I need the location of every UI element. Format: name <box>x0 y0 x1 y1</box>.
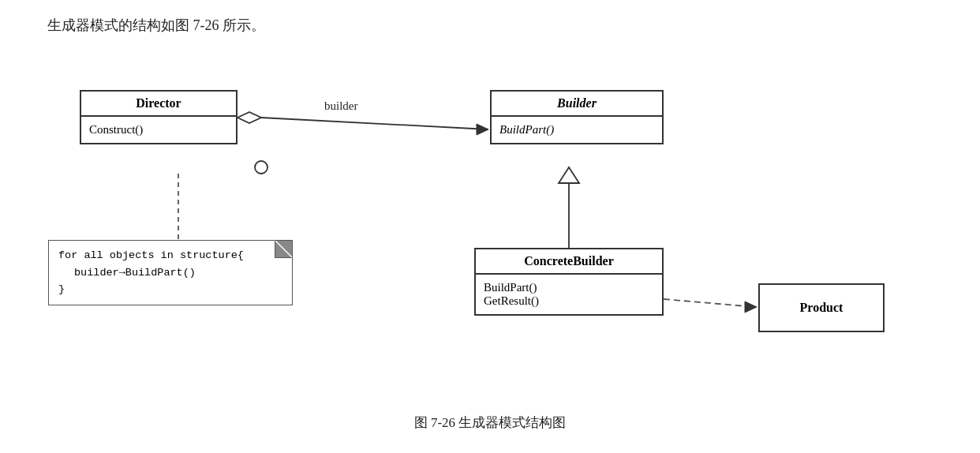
page: 生成器模式的结构如图 7-26 所示。 Director Construct()… <box>0 0 980 453</box>
concretebuilder-method2: GetResult() <box>484 294 654 308</box>
builder-label: builder <box>324 99 358 112</box>
concretebuilder-box: ConcreteBuilder BuildPart() GetResult() <box>474 248 664 316</box>
concretebuilder-body: BuildPart() GetResult() <box>476 275 662 314</box>
builder-body: BuildPart() <box>492 117 662 143</box>
note-corner <box>275 241 292 258</box>
note-line3: } <box>58 281 282 298</box>
product-box: Product <box>758 283 885 332</box>
note-line2: builder→BuildPart() <box>58 264 282 282</box>
concrete-product-line <box>664 299 755 307</box>
director-builder-arrow <box>477 124 488 135</box>
builder-method: BuildPart() <box>499 123 554 136</box>
concrete-product-arrow <box>745 301 757 313</box>
director-builder-line <box>261 118 488 129</box>
product-title: Product <box>760 285 883 331</box>
diagram-area: Director Construct() Builder BuildPart()… <box>32 51 948 406</box>
inheritance-triangle <box>559 167 579 183</box>
intro-text: 生成器模式的结构如图 7-26 所示。 <box>47 16 948 35</box>
builder-box: Builder BuildPart() <box>490 90 664 144</box>
director-box: Director Construct() <box>80 90 238 144</box>
caption: 图 7-26 生成器模式结构图 <box>32 414 948 432</box>
note-line1: for all objects in structure{ <box>58 247 282 264</box>
builder-title: Builder <box>492 92 662 117</box>
aggregation-diamond <box>238 112 261 123</box>
concretebuilder-title: ConcreteBuilder <box>476 249 662 275</box>
director-method: Construct() <box>89 123 143 136</box>
director-body: Construct() <box>81 117 236 143</box>
director-title: Director <box>81 92 236 117</box>
note-box: for all objects in structure{ builder→Bu… <box>48 240 293 305</box>
construct-lollipop <box>255 161 267 174</box>
concretebuilder-method1: BuildPart() <box>484 281 654 294</box>
